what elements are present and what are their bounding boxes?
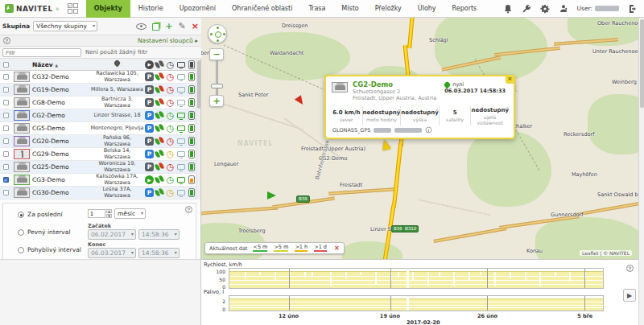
legend-close-icon[interactable]: × xyxy=(334,245,340,252)
row-checkbox[interactable] xyxy=(3,113,9,118)
copy-group-icon[interactable] xyxy=(152,23,159,31)
vehicle-name[interactable]: CG3-Demo xyxy=(32,176,90,183)
speed-chart-plot[interactable] xyxy=(229,268,604,289)
pan-up-icon[interactable] xyxy=(217,27,219,29)
tab-upozornění[interactable]: Upozornění xyxy=(171,0,224,18)
tab-přeložky[interactable]: Přeložky xyxy=(367,0,410,18)
tab-trasa[interactable]: Trasa xyxy=(300,0,333,18)
pan-right-icon[interactable] xyxy=(223,33,225,35)
row-checkbox[interactable] xyxy=(3,87,9,93)
radio-moving-interval[interactable]: Pohyblivý interval xyxy=(18,246,81,253)
table-row[interactable]: ✓CG3-DemoKaliszówka 17A, Warszawa▶◷ xyxy=(0,174,196,187)
row-checkbox[interactable] xyxy=(3,164,9,170)
row-checkbox[interactable]: ✓ xyxy=(3,177,9,183)
table-row[interactable]: CG25-DemoWoronicza 19, WarszawaP◷ xyxy=(0,161,196,174)
table-row[interactable]: CG32-DemoRacławicka 105, WarszawaP◷ xyxy=(0,71,196,84)
radio-last-period[interactable]: Za poslední xyxy=(18,211,63,218)
right-pane-scrollbar[interactable] xyxy=(638,18,644,325)
start-time-select[interactable]: 14:58:36 xyxy=(138,229,180,240)
tab-objekty[interactable]: Objekty xyxy=(86,0,130,18)
time-help-icon[interactable]: ? xyxy=(185,206,192,213)
add-group-icon[interactable]: + xyxy=(165,22,172,31)
vehicle-name[interactable]: CG29-Demo xyxy=(32,150,90,158)
table-row[interactable]: CG8-DemoBartnicza 3, WarszawaP◷ xyxy=(0,97,196,109)
zoom-in-button[interactable]: + xyxy=(209,95,224,107)
vehicle-name[interactable]: CG20-Demo xyxy=(32,138,90,145)
bell-icon[interactable] xyxy=(503,3,514,14)
select-all-checkbox[interactable] xyxy=(3,62,9,68)
vehicle-name[interactable]: CG2-Demo xyxy=(32,112,90,119)
tab-reports[interactable]: Reports xyxy=(444,0,485,18)
module-switcher-icon[interactable]: ✓ xyxy=(68,3,80,14)
pan-left-icon[interactable] xyxy=(210,33,213,35)
location-column-header[interactable] xyxy=(90,60,144,68)
edit-group-icon[interactable]: ✎ xyxy=(179,22,186,31)
tab-úlohy[interactable]: Úlohy xyxy=(410,0,444,18)
map-pan-control[interactable] xyxy=(208,24,227,43)
visibility-eye-icon[interactable] xyxy=(136,23,147,30)
popup-vehicle-name[interactable]: CG2-Demo xyxy=(353,80,436,88)
radio-button[interactable] xyxy=(18,229,24,236)
row-checkbox[interactable] xyxy=(3,125,9,131)
zoom-slider-handle[interactable] xyxy=(211,84,223,88)
row-checkbox[interactable] xyxy=(3,100,9,105)
row-checkbox[interactable] xyxy=(3,74,9,80)
monitor-column-header[interactable] xyxy=(175,62,186,68)
start-date-select[interactable]: 06.02.2017 xyxy=(88,229,136,240)
zoom-out-button[interactable]: − xyxy=(209,48,224,60)
filter-input[interactable] xyxy=(2,48,81,57)
table-row[interactable]: CG20-DemoPańska 96, WarszawaP◷ xyxy=(0,135,196,148)
table-row[interactable]: CG2-DemoLinzer Strasse, 18P◷ xyxy=(0,109,196,122)
period-unit-select[interactable]: měsíc xyxy=(114,208,146,219)
stepper-down-icon[interactable]: ▼ xyxy=(106,214,112,218)
wrench-icon[interactable] xyxy=(522,3,532,14)
table-scrollbar[interactable] xyxy=(196,59,200,200)
popup-close-button[interactable]: × xyxy=(506,76,514,84)
pan-down-icon[interactable] xyxy=(217,39,219,42)
vehicle-name[interactable]: CG32-Demo xyxy=(32,73,90,80)
table-row[interactable]: CG30-DemoLeśna 37A, WarszawaP◷ xyxy=(0,187,196,200)
tab-ohraničené-oblasti[interactable]: Ohraničené oblasti xyxy=(224,0,300,18)
vehicle-name[interactable]: CG8-Demo xyxy=(32,99,90,106)
zoom-slider-track[interactable] xyxy=(216,60,218,95)
vehicle-name[interactable]: CG30-Demo xyxy=(32,189,90,196)
radio-button[interactable] xyxy=(18,212,24,218)
signal-column-header[interactable] xyxy=(155,60,165,69)
vehicle-marker-green[interactable] xyxy=(267,191,276,200)
vehicle-name[interactable]: CG19-Demo xyxy=(32,86,90,93)
vehicle-marker-selected[interactable] xyxy=(381,139,391,150)
vehicle-name[interactable]: CG5-Demo xyxy=(32,125,90,132)
delete-group-icon[interactable]: × xyxy=(192,22,199,31)
end-time-select[interactable]: 14:58:36 xyxy=(138,248,180,258)
row-checkbox[interactable] xyxy=(3,138,9,144)
column-settings-link[interactable]: Nastavení sloupců xyxy=(138,37,198,44)
row-checkbox[interactable] xyxy=(3,151,9,157)
tab-historie[interactable]: Historie xyxy=(130,0,171,18)
radio-button[interactable] xyxy=(18,247,24,253)
name-column-header[interactable]: Název ▲ xyxy=(32,61,90,68)
popup-info-icon[interactable]: i xyxy=(426,127,432,134)
chart-play-button[interactable]: ▶ xyxy=(623,289,636,302)
period-value-input[interactable] xyxy=(88,209,105,218)
sort-asc-icon[interactable]: ▲ xyxy=(55,63,58,68)
tab-místo[interactable]: Místo xyxy=(333,0,366,18)
end-date-select[interactable]: 06.03.2017 xyxy=(88,248,136,258)
user-upload-icon[interactable] xyxy=(559,3,569,14)
radio-fixed-interval[interactable]: Pevný interval xyxy=(18,228,70,236)
help-icon[interactable]: ? xyxy=(3,37,10,44)
clock-column-header[interactable]: ◷ xyxy=(165,60,175,69)
vehicle-name[interactable]: CG25-Demo xyxy=(32,163,90,171)
table-row[interactable]: CG19-DemoMillera 5, WarszawaP◷ xyxy=(0,84,196,97)
stepper-up-icon[interactable]: ▲ xyxy=(106,209,112,213)
table-row[interactable]: CG29-DemoBelska 14, WarszawaP◷ xyxy=(0,148,196,161)
chart-help-icon[interactable]: ? xyxy=(626,265,634,272)
table-row[interactable]: CG5-DemoMontenegro, PljevljaP◷ xyxy=(0,122,196,135)
gear-icon[interactable] xyxy=(540,3,551,14)
logout-icon[interactable] xyxy=(627,3,638,14)
fuel-chart-plot[interactable] xyxy=(229,295,604,311)
row-checkbox[interactable] xyxy=(3,190,9,195)
map-canvas[interactable]: NAVITEL NAVITEL DreissgenWaldandachtSank… xyxy=(201,18,638,259)
vehicle-marker-red[interactable] xyxy=(295,95,307,107)
movement-column-header[interactable]: ▶ xyxy=(144,60,155,69)
group-select[interactable]: Všechny skupiny xyxy=(33,21,97,31)
